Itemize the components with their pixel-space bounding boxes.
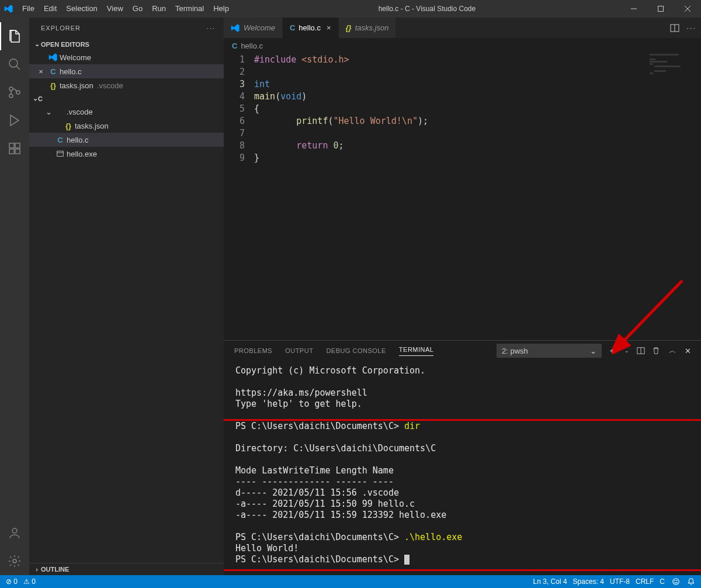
file-icon: C — [47, 67, 60, 76]
maximize-panel-icon[interactable]: ︿ — [667, 345, 678, 356]
extensions-icon[interactable] — [0, 134, 29, 162]
terminal[interactable]: Copyright (c) Microsoft Corporation. htt… — [224, 361, 701, 575]
workspace-folder[interactable]: ⌄ C — [29, 92, 224, 105]
line-number: 8 — [224, 140, 245, 152]
svg-rect-13 — [15, 149, 20, 154]
split-terminal-icon[interactable] — [637, 347, 647, 355]
notifications-icon[interactable] — [687, 577, 695, 586]
panel-tabs: PROBLEMSOUTPUTDEBUG CONSOLETERMINAL 2: p… — [224, 341, 701, 361]
status-item[interactable]: UTF-8 — [610, 577, 630, 586]
file-item[interactable]: hello.exe — [29, 147, 224, 161]
code-line[interactable]: printf("Hello World!\n"); — [254, 115, 428, 127]
code-line[interactable]: { — [254, 103, 428, 115]
file-name: hello.c — [60, 67, 82, 76]
svg-rect-25 — [654, 70, 666, 72]
close-button[interactable] — [674, 0, 701, 18]
svg-rect-1 — [658, 6, 664, 12]
menu-view[interactable]: View — [102, 0, 128, 18]
menu-terminal[interactable]: Terminal — [171, 0, 209, 18]
terminal-line: -a---- 2021/05/11 15:50 99 hello.c — [235, 499, 692, 510]
terminal-line — [235, 454, 692, 465]
file-icon — [231, 23, 240, 33]
status-item[interactable]: C — [660, 577, 665, 586]
file-item[interactable]: Chello.c — [29, 133, 224, 147]
code-line[interactable]: #include <stdio.h> — [254, 54, 428, 66]
maximize-button[interactable] — [647, 0, 674, 18]
editor-tabs: WelcomeChello.c×{}tasks.json ··· — [224, 18, 701, 39]
explorer-icon[interactable] — [0, 22, 29, 50]
new-terminal-icon[interactable]: ＋ — [606, 345, 617, 356]
activity-bar — [0, 18, 29, 575]
close-panel-icon[interactable]: ✕ — [682, 347, 693, 355]
folder-item[interactable]: ⌄.vscode — [29, 105, 224, 119]
panel-tab-debug-console[interactable]: DEBUG CONSOLE — [326, 347, 386, 354]
panel-tab-output[interactable]: OUTPUT — [285, 347, 313, 354]
chevron-down-icon: ⌄ — [590, 347, 596, 355]
code-line[interactable] — [254, 66, 428, 78]
terminal-dropdown-icon[interactable]: ⌄ — [622, 348, 632, 354]
minimap[interactable] — [648, 53, 701, 340]
code-line[interactable]: } — [254, 152, 428, 164]
menu-edit[interactable]: Edit — [39, 0, 61, 18]
split-editor-icon[interactable] — [670, 23, 679, 33]
panel-tab-terminal[interactable]: TERMINAL — [399, 346, 434, 356]
panel-tab-problems[interactable]: PROBLEMS — [234, 347, 272, 354]
menu-bar: FileEditSelectionViewGoRunTerminalHelp — [18, 0, 234, 18]
kill-terminal-icon[interactable] — [652, 347, 662, 355]
terminal-line — [235, 376, 692, 388]
breadcrumb-label: hello.c — [241, 41, 263, 50]
close-icon[interactable]: × — [35, 67, 47, 76]
terminal-line: https://aka.ms/powershell — [235, 388, 692, 399]
terminal-cursor — [404, 555, 410, 565]
svg-point-14 — [12, 528, 17, 533]
code-line[interactable]: main(void) — [254, 91, 428, 103]
status-item[interactable]: ⊘ 0 — [6, 577, 18, 586]
accounts-icon[interactable] — [0, 519, 29, 547]
file-icon: {} — [346, 23, 352, 32]
editor-tab[interactable]: Welcome — [224, 18, 283, 38]
line-number: 9 — [224, 152, 245, 164]
open-editor-item[interactable]: ×Chello.c — [29, 64, 224, 78]
menu-go[interactable]: Go — [128, 0, 147, 18]
menu-selection[interactable]: Selection — [61, 0, 102, 18]
menu-file[interactable]: File — [18, 0, 39, 18]
code-line[interactable]: return 0; — [254, 140, 428, 152]
status-item[interactable]: ⚠ 0 — [23, 577, 36, 586]
open-editor-item[interactable]: Welcome — [29, 50, 224, 64]
terminal-line — [235, 410, 692, 421]
file-icon — [47, 53, 60, 62]
code-line[interactable] — [254, 127, 428, 140]
code-editor[interactable]: 123456789 #include <stdio.h>intmain(void… — [224, 53, 701, 340]
open-editor-item[interactable]: {}tasks.json.vscode — [29, 78, 224, 92]
open-editors-section[interactable]: ⌄ OPEN EDITORS — [29, 38, 224, 50]
item-name: hello.c — [67, 136, 89, 144]
terminal-line: Hello World! — [235, 543, 692, 554]
file-item[interactable]: {}tasks.json — [29, 119, 224, 133]
menu-run[interactable]: Run — [147, 0, 171, 18]
search-icon[interactable] — [0, 50, 29, 78]
code-line[interactable]: int — [254, 78, 428, 91]
close-tab-icon[interactable]: × — [327, 23, 331, 32]
svg-point-29 — [673, 579, 679, 585]
terminal-selector[interactable]: 2: pwsh ⌄ — [497, 344, 602, 358]
settings-gear-icon[interactable] — [0, 547, 29, 575]
editor-more-icon[interactable]: ··· — [686, 23, 696, 32]
panel: PROBLEMSOUTPUTDEBUG CONSOLETERMINAL 2: p… — [224, 340, 701, 575]
status-item[interactable]: CRLF — [636, 577, 654, 586]
source-control-icon[interactable] — [0, 78, 29, 106]
feedback-icon[interactable] — [672, 577, 680, 586]
outline-section[interactable]: › OUTLINE — [29, 563, 224, 575]
file-name: tasks.json — [60, 81, 93, 90]
status-item[interactable]: Ln 3, Col 4 — [533, 577, 567, 586]
window-title: hello.c - C - Visual Studio Code — [234, 5, 620, 13]
explorer-sidebar: EXPLORER ··· ⌄ OPEN EDITORS Welcome×Chel… — [29, 18, 224, 575]
status-bar: ⊘ 0⚠ 0 Ln 3, Col 4Spaces: 4UTF-8CRLFC — [0, 575, 701, 588]
minimize-button[interactable] — [620, 0, 647, 18]
editor-tab[interactable]: {}tasks.json — [339, 18, 397, 38]
run-debug-icon[interactable] — [0, 106, 29, 134]
editor-tab[interactable]: Chello.c× — [283, 18, 339, 38]
menu-help[interactable]: Help — [209, 0, 234, 18]
explorer-more-icon[interactable]: ··· — [207, 25, 216, 32]
breadcrumb[interactable]: C hello.c — [224, 39, 701, 53]
status-item[interactable]: Spaces: 4 — [573, 577, 604, 586]
